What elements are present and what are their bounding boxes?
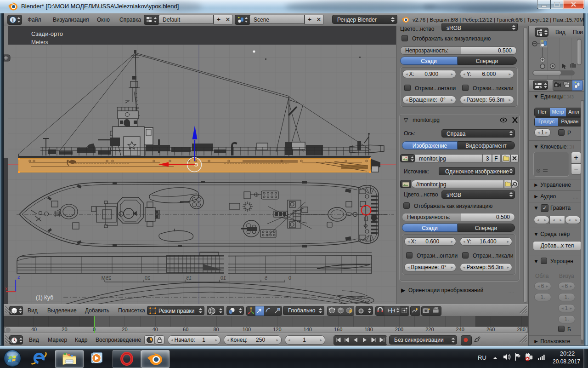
svg-text:10: 10 <box>220 275 226 281</box>
svg-text:(1) Куб: (1) Куб <box>36 294 53 301</box>
svg-text:5: 5 <box>265 275 267 281</box>
svg-text:25M: 25M <box>102 275 111 281</box>
svg-text:15: 15 <box>186 275 192 281</box>
svg-text:Meters: Meters <box>31 39 48 46</box>
svg-text:i: i <box>12 17 13 23</box>
svg-text:z: z <box>17 274 20 280</box>
svg-text:0: 0 <box>288 275 291 281</box>
svg-text:20: 20 <box>145 275 150 281</box>
svg-text:Сзади-орто: Сзади-орто <box>31 30 63 37</box>
svg-text:x: x <box>5 286 8 291</box>
